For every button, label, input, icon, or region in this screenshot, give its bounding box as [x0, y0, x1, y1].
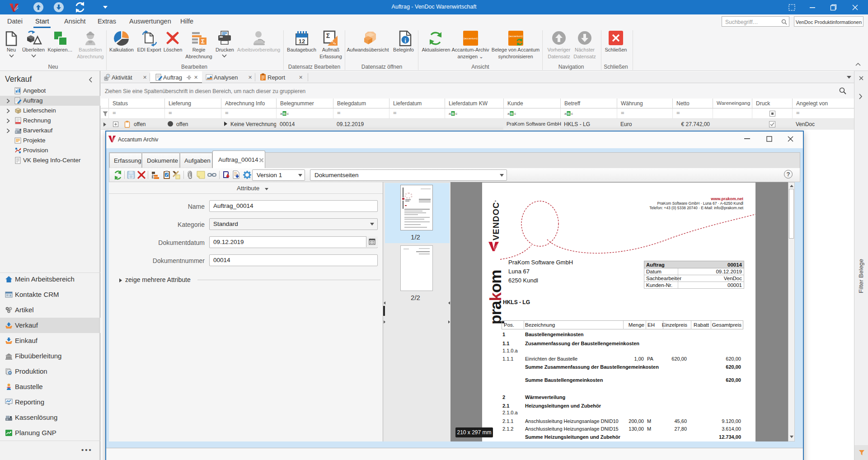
svg-text:c: c — [514, 112, 516, 116]
svg-text:B: B — [511, 112, 513, 116]
svg-text:c: c — [287, 112, 289, 116]
svg-text:c: c — [571, 112, 573, 116]
svg-text:a: a — [564, 112, 567, 116]
svg-text:Σ: Σ — [201, 38, 205, 45]
svg-text:12: 12 — [299, 38, 305, 45]
svg-text:B: B — [568, 112, 570, 116]
svg-text:Σ: Σ — [326, 32, 330, 39]
svg-text:c: c — [455, 112, 457, 116]
svg-text:i: i — [404, 37, 406, 44]
svg-text:{accantum}: {accantum} — [509, 34, 523, 38]
svg-text:B: B — [283, 112, 286, 116]
svg-text:B: B — [452, 112, 455, 116]
svg-text:a: a — [280, 112, 282, 116]
svg-text:a: a — [449, 112, 451, 116]
svg-text:a: a — [507, 112, 510, 116]
svg-text:{accantum}: {accantum} — [464, 37, 478, 40]
